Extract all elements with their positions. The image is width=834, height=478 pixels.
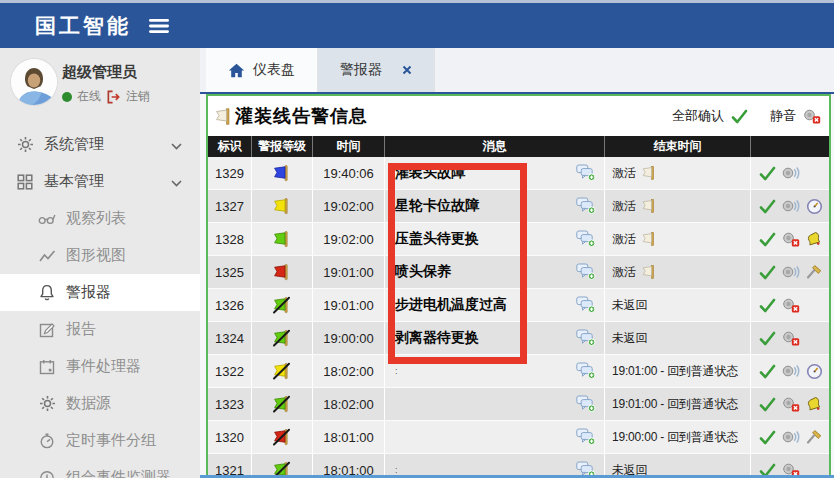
app-header: 国工智能 xyxy=(0,3,834,48)
chat-add-icon[interactable] xyxy=(576,296,596,316)
sidebar-item-label: 数据源 xyxy=(66,394,111,413)
alarm-table-body: 132919:40:06灌装头故障激活132719:02:00星轮卡位故障激活1… xyxy=(208,157,829,478)
check-icon[interactable] xyxy=(759,430,776,445)
sidebar-item-2[interactable]: 观察列表 xyxy=(0,200,200,237)
bell-yellow-icon[interactable] xyxy=(806,396,822,412)
sidebar-item-4[interactable]: 警报器 xyxy=(0,274,200,311)
avatar xyxy=(11,59,57,105)
sidebar-item-8[interactable]: 定时事件分组 xyxy=(0,422,200,459)
check-icon[interactable] xyxy=(759,298,776,313)
check-icon[interactable] xyxy=(759,166,776,181)
column-header-5 xyxy=(751,136,829,157)
chat-add-icon[interactable] xyxy=(576,263,596,283)
tab-1[interactable]: 警报器 xyxy=(318,48,435,92)
alarm-row-1325[interactable]: 132519:01:00喷头保养激活 xyxy=(208,256,829,289)
confirm-all-check-icon[interactable] xyxy=(731,109,748,124)
hammer-icon[interactable] xyxy=(806,429,823,445)
alarm-message-cell: 压盖头待更换 xyxy=(385,223,605,255)
alarm-actions-cell xyxy=(751,190,829,222)
speaker-on-icon[interactable] xyxy=(782,198,800,214)
alarm-row-1322[interactable]: 132218:02:00:19:01:00 - 回到普通状态 xyxy=(208,355,829,388)
speaker-muted-icon[interactable] xyxy=(782,330,800,346)
chat-add-icon[interactable] xyxy=(576,197,596,217)
alarm-time: 18:02:00 xyxy=(313,355,385,387)
red-flag-icon xyxy=(252,256,313,288)
speaker-on-icon[interactable] xyxy=(782,165,800,181)
sidebar-item-5[interactable]: 报告 xyxy=(0,311,200,348)
tab-0[interactable]: 仪表盘 xyxy=(206,48,318,92)
alarm-row-1328[interactable]: 132819:02:00压盖头待更换激活 xyxy=(208,223,829,256)
white-flag-icon xyxy=(641,231,657,247)
sidebar-item-0[interactable]: 系统管理 xyxy=(0,126,200,163)
speaker-on-icon[interactable] xyxy=(782,264,800,280)
alarm-actions-cell xyxy=(751,421,829,453)
check-icon[interactable] xyxy=(759,397,776,412)
alarm-row-1327[interactable]: 132719:02:00星轮卡位故障激活 xyxy=(208,190,829,223)
check-icon[interactable] xyxy=(759,232,776,247)
mute-label[interactable]: 静音 xyxy=(770,107,796,125)
alarm-row-1324[interactable]: 132419:00:00剥离器待更换未返回 xyxy=(208,322,829,355)
sidebar-item-9[interactable]: 组合事件监测器 xyxy=(0,459,200,478)
logout-link[interactable]: 注销 xyxy=(126,88,150,105)
action-clock-icon[interactable] xyxy=(806,198,823,215)
action-clock-icon[interactable] xyxy=(806,363,823,380)
alarm-message: 灌装头故障 xyxy=(395,164,465,182)
close-icon[interactable] xyxy=(402,65,412,75)
alarm-actions-cell xyxy=(751,289,829,321)
alarm-row-1329[interactable]: 132919:40:06灌装头故障激活 xyxy=(208,157,829,190)
speaker-on-icon[interactable] xyxy=(782,429,800,445)
chat-add-icon[interactable] xyxy=(576,329,596,349)
alarm-id: 1327 xyxy=(208,190,252,222)
chevron-down-icon[interactable] xyxy=(171,136,182,153)
alarm-message-cell: 步进电机温度过高 xyxy=(385,289,605,321)
sidebar-item-1[interactable]: 基本管理 xyxy=(0,163,200,200)
yellow-flag-icon-slashed xyxy=(252,355,313,387)
alarm-message-cell xyxy=(385,388,605,420)
hamburger-menu-icon[interactable] xyxy=(149,18,171,34)
check-icon[interactable] xyxy=(759,265,776,280)
alarm-panel: 灌装线告警信息 全部确认 静音 标识警报等级时间消息结束时间 132919:40… xyxy=(206,94,831,478)
sidebar-item-label: 报告 xyxy=(66,320,96,339)
bell-yellow-icon[interactable] xyxy=(806,231,822,247)
online-status-icon xyxy=(62,92,72,102)
chat-add-icon[interactable] xyxy=(576,428,596,448)
check-icon[interactable] xyxy=(759,199,776,214)
alarm-row-1320[interactable]: 132018:01:0019:00:00 - 回到普通状态 xyxy=(208,421,829,454)
mute-icon[interactable] xyxy=(803,108,821,124)
alarm-actions-cell xyxy=(751,355,829,387)
alarm-status: 激活 xyxy=(612,231,636,248)
glasses-icon xyxy=(38,212,56,226)
column-header-4: 结束时间 xyxy=(605,136,751,157)
sidebar-item-label: 定时事件分组 xyxy=(66,431,156,450)
alarm-status-cell: 激活 xyxy=(605,223,751,255)
edit-icon xyxy=(38,322,56,338)
chat-add-icon[interactable] xyxy=(576,164,596,184)
chat-add-icon[interactable] xyxy=(576,230,596,250)
alarm-row-1323[interactable]: 132318:02:0019:01:00 - 回到普通状态 xyxy=(208,388,829,421)
check-icon[interactable] xyxy=(759,364,776,379)
gear-icon xyxy=(38,395,56,412)
chevron-down-icon[interactable] xyxy=(171,173,182,190)
alarm-time: 18:02:00 xyxy=(313,388,385,420)
chat-add-icon[interactable] xyxy=(576,395,596,415)
message-artifact: : xyxy=(395,366,398,376)
speaker-muted-icon[interactable] xyxy=(782,396,800,412)
hammer-icon[interactable] xyxy=(806,264,823,280)
home-icon xyxy=(228,63,245,78)
green-flag-icon xyxy=(252,223,313,255)
speaker-muted-icon[interactable] xyxy=(782,231,800,247)
check-icon[interactable] xyxy=(759,331,776,346)
alarm-row-1326[interactable]: 132619:01:00步进电机温度过高未返回 xyxy=(208,289,829,322)
blue-flag-icon xyxy=(252,157,313,189)
sidebar-item-7[interactable]: 数据源 xyxy=(0,385,200,422)
sidebar-item-6[interactable]: 事件处理器 xyxy=(0,348,200,385)
sidebar-item-3[interactable]: 图形视图 xyxy=(0,237,200,274)
speaker-muted-icon[interactable] xyxy=(782,297,800,313)
speaker-on-icon[interactable] xyxy=(782,363,800,379)
alarm-message: 压盖头待更换 xyxy=(395,230,479,248)
chat-add-icon[interactable] xyxy=(576,362,596,382)
logout-icon[interactable] xyxy=(106,90,121,104)
green-flag-icon-slashed xyxy=(252,289,313,321)
confirm-all-button[interactable]: 全部确认 xyxy=(672,107,724,125)
alarm-message: 步进电机温度过高 xyxy=(395,296,507,314)
